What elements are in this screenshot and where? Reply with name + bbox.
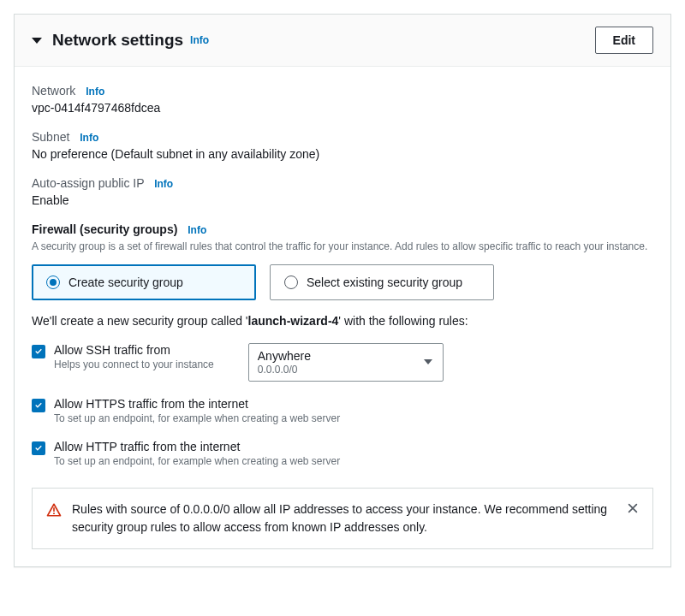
allow-ssh-desc: Helps you connect to your instance — [54, 358, 214, 370]
ssh-source-select[interactable]: Anywhere 0.0.0.0/0 — [248, 343, 444, 382]
allow-http-checkbox[interactable] — [32, 441, 45, 455]
allow-https-label: Allow HTTPS traffic from the internet — [54, 397, 340, 411]
allow-http-row: Allow HTTP traffic from the internet To … — [32, 440, 653, 467]
allow-ssh-checkbox[interactable] — [32, 345, 45, 358]
allow-http-desc: To set up an endpoint, for example when … — [54, 455, 340, 467]
sg-sentence-post: ' with the following rules: — [338, 314, 468, 328]
autoip-label: Auto-assign public IP — [32, 176, 144, 190]
network-value: vpc-0414f4797468fdcea — [32, 101, 653, 115]
check-icon — [33, 346, 44, 357]
subnet-field: Subnet Info No preference (Default subne… — [32, 130, 653, 161]
panel-title: Network settings — [52, 31, 183, 50]
ssh-source-sub: 0.0.0.0/0 — [258, 364, 434, 376]
sg-radio-group: Create security group Select existing se… — [32, 264, 653, 300]
allow-http-label: Allow HTTP traffic from the internet — [54, 440, 340, 453]
network-field: Network Info vpc-0414f4797468fdcea — [32, 84, 653, 115]
panel-header: Network settings Info Edit — [15, 15, 670, 67]
radio-select-label: Select existing security group — [307, 275, 462, 289]
chevron-down-icon — [424, 359, 432, 364]
autoip-field: Auto-assign public IP Info Enable — [32, 176, 653, 207]
allow-ssh-row: Allow SSH traffic from Helps you connect… — [32, 343, 653, 382]
firewall-desc: A security group is a set of firewall ru… — [32, 240, 653, 254]
check-icon — [33, 443, 44, 453]
svg-point-1 — [53, 512, 55, 514]
check-icon — [33, 400, 44, 411]
autoip-value: Enable — [32, 193, 653, 207]
subnet-label: Subnet — [32, 130, 69, 144]
firewall-section: Firewall (security groups) Info A securi… — [32, 222, 653, 254]
sg-name: launch-wizard-4 — [248, 314, 339, 328]
collapse-caret-icon[interactable] — [32, 38, 42, 44]
open-cidr-warning: Rules with source of 0.0.0.0/0 allow all… — [32, 488, 653, 549]
firewall-info-link[interactable]: Info — [188, 224, 206, 236]
subnet-info-link[interactable]: Info — [80, 132, 98, 144]
allow-https-checkbox[interactable] — [32, 399, 45, 412]
sg-sentence-pre: We'll create a new security group called… — [32, 314, 248, 328]
radio-icon — [46, 275, 60, 289]
close-icon — [627, 502, 639, 514]
subnet-value: No preference (Default subnet in any ava… — [32, 147, 653, 161]
header-info-link[interactable]: Info — [190, 34, 209, 46]
radio-create-sg[interactable]: Create security group — [32, 264, 256, 300]
network-info-link[interactable]: Info — [86, 86, 104, 98]
allow-https-row: Allow HTTPS traffic from the internet To… — [32, 397, 653, 424]
network-settings-panel: Network settings Info Edit Network Info … — [14, 14, 671, 567]
radio-icon — [284, 275, 298, 289]
ssh-source-label: Anywhere — [258, 349, 434, 363]
panel-body: Network Info vpc-0414f4797468fdcea Subne… — [15, 67, 670, 566]
warning-close-button[interactable] — [627, 502, 639, 517]
autoip-info-link[interactable]: Info — [154, 178, 173, 190]
radio-create-label: Create security group — [68, 275, 183, 289]
edit-button[interactable]: Edit — [595, 27, 653, 54]
allow-https-desc: To set up an endpoint, for example when … — [54, 412, 340, 424]
warning-text: Rules with source of 0.0.0.0/0 allow all… — [72, 500, 616, 536]
sg-sentence: We'll create a new security group called… — [32, 314, 653, 328]
firewall-label: Firewall (security groups) — [32, 222, 177, 236]
allow-ssh-label: Allow SSH traffic from — [54, 343, 214, 357]
network-label: Network — [32, 84, 75, 98]
warning-icon — [46, 502, 62, 520]
radio-select-sg[interactable]: Select existing security group — [270, 264, 494, 300]
